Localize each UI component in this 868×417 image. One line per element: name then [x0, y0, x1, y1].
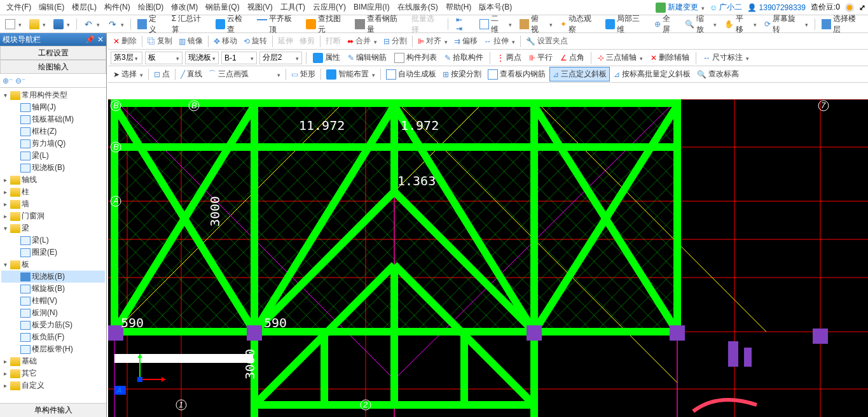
- view-mod-elev-button[interactable]: 🔍查改标高: [694, 67, 741, 81]
- tree-board-neg-rebar[interactable]: 板负筋(F): [1, 331, 105, 343]
- tree-board-folder[interactable]: ▾板: [1, 258, 105, 271]
- open-button[interactable]: [27, 18, 48, 31]
- trim-button[interactable]: 修剪: [297, 34, 317, 48]
- move-button[interactable]: ✥移动: [211, 34, 240, 48]
- tree-spiral-board[interactable]: 螺旋板(B): [1, 283, 105, 295]
- tree-raft[interactable]: 筏板基础(M): [1, 113, 105, 125]
- new-change-button[interactable]: 新建变更: [656, 2, 705, 13]
- pin-icon[interactable]: 📌: [85, 35, 95, 44]
- tree-column-cap[interactable]: 柱帽(V): [1, 295, 105, 307]
- undo-button[interactable]: [81, 18, 102, 31]
- batch-slant-button[interactable]: ⊿按标高批量定义斜板: [611, 67, 693, 81]
- menu-component[interactable]: 构件(N): [100, 1, 134, 14]
- arc-button[interactable]: ⌒三点画弧: [206, 67, 283, 81]
- project-settings-section[interactable]: 工程设置: [0, 46, 106, 60]
- tree-floor-strip[interactable]: 楼层板带(H): [1, 343, 105, 355]
- break-button[interactable]: 打断: [323, 34, 343, 48]
- name-select[interactable]: B-1: [221, 52, 257, 64]
- floor-select[interactable]: 第3层: [111, 52, 142, 64]
- merge-button[interactable]: ⬌合并: [345, 34, 380, 48]
- copy-button[interactable]: ⿻复制: [145, 34, 175, 48]
- tree-axis[interactable]: ▸轴线: [1, 174, 105, 186]
- tree-beam-l[interactable]: 梁(L): [1, 234, 105, 246]
- tree-cast-board-b[interactable]: 现浇板(B): [1, 271, 105, 283]
- tree-custom[interactable]: ▸自定义: [1, 379, 105, 392]
- comp-list-button[interactable]: 构件列表: [392, 51, 439, 64]
- pick-comp-button[interactable]: ✎拾取构件: [442, 51, 486, 64]
- dim-label-button[interactable]: ↔尺寸标注: [700, 51, 752, 64]
- split-button[interactable]: ⊟分割: [381, 34, 410, 48]
- point-angle-button[interactable]: ∠点角: [558, 51, 587, 64]
- category-select[interactable]: 板: [145, 52, 183, 64]
- select-button[interactable]: ➤选择: [111, 67, 146, 81]
- extend-button[interactable]: 延伸: [275, 34, 296, 48]
- split-by-beam-button[interactable]: ⊞按梁分割: [440, 67, 484, 81]
- stretch-button[interactable]: ↔拉伸: [481, 34, 518, 48]
- tree-board-rebar[interactable]: 板受力筋(S): [1, 319, 105, 331]
- set-grip-button[interactable]: 🔧设置夹点: [523, 34, 570, 48]
- save-button[interactable]: [51, 18, 72, 31]
- rect-button[interactable]: ▭矩形: [289, 67, 318, 81]
- tree-axis-net[interactable]: 轴网(J): [1, 101, 105, 113]
- select-floor-button[interactable]: 选择楼层: [819, 12, 865, 36]
- screen-rotate-button[interactable]: ⟳屏幕旋转: [762, 12, 811, 36]
- flat-top-button[interactable]: 平齐板顶: [254, 12, 301, 36]
- two-point-button[interactable]: ⋮两点: [494, 51, 524, 64]
- type-select[interactable]: 现浇板: [185, 52, 219, 64]
- tree-wall[interactable]: ▸墙: [1, 198, 105, 210]
- delete-aux-button[interactable]: ✕删除辅轴: [648, 51, 692, 64]
- tree-cad-recog[interactable]: ▸CAD识别 NEW: [1, 392, 105, 393]
- pan-button[interactable]: ✋平移: [722, 12, 759, 36]
- find-elem-button[interactable]: 查找图元: [303, 12, 350, 36]
- align-button[interactable]: ⊫对齐: [415, 34, 450, 48]
- attribute-button[interactable]: 属性: [310, 51, 343, 64]
- layer-select[interactable]: 分层2: [259, 52, 303, 64]
- tree-common-types[interactable]: ▾常用构件类型: [1, 89, 105, 101]
- sum-calc-button[interactable]: Σ 汇总计算: [169, 12, 210, 36]
- smart-layout-button[interactable]: 智能布置: [324, 67, 378, 81]
- batch-select-button[interactable]: 批量选择: [409, 12, 444, 36]
- define-button[interactable]: 定义: [135, 12, 167, 36]
- tree-beam-folder[interactable]: ▾梁: [1, 222, 105, 234]
- line-button[interactable]: ╱直线: [178, 67, 205, 81]
- local3d-button[interactable]: 局部三维: [603, 12, 649, 36]
- 2d-button[interactable]: 二维: [477, 12, 515, 36]
- view-board-rebar-button[interactable]: 查看板内钢筋: [485, 67, 548, 81]
- menu-edit[interactable]: 编辑(E): [35, 1, 68, 14]
- auto-gen-button[interactable]: 自动生成板: [383, 67, 439, 81]
- draw-input-section[interactable]: 绘图输入: [0, 60, 106, 74]
- rotate-button[interactable]: ⟲旋转: [241, 34, 270, 48]
- helper-button[interactable]: ☺广小二: [710, 2, 742, 13]
- tree-door-window[interactable]: ▸门窗洞: [1, 210, 105, 222]
- view-rebar-button[interactable]: 查看钢筋量: [352, 12, 406, 36]
- zoom-button[interactable]: 🔍缩放: [682, 12, 720, 36]
- notification-icon[interactable]: [845, 3, 854, 12]
- nav-buttons[interactable]: ⇤ ⇥: [456, 15, 471, 33]
- user-phone[interactable]: 👤 13907298339: [747, 3, 806, 12]
- tree-foundation[interactable]: ▸基础: [1, 355, 105, 367]
- menu-file[interactable]: 文件(F): [3, 1, 35, 14]
- three-point-slant-button[interactable]: ⊿三点定义斜板: [549, 67, 610, 81]
- overlook-button[interactable]: 俯视: [517, 12, 555, 36]
- dynamic-button[interactable]: ✦动态观察: [558, 12, 600, 36]
- delete-button[interactable]: ✕删除: [111, 34, 139, 48]
- menu-help[interactable]: 帮助(H): [442, 1, 476, 14]
- tree-column[interactable]: ▸柱: [1, 186, 105, 198]
- edit-rebar-button[interactable]: ✎编辑钢筋: [345, 51, 389, 64]
- menu-floor[interactable]: 楼层(L): [68, 1, 100, 14]
- new-button[interactable]: [3, 18, 24, 31]
- three-point-aux-button[interactable]: ⊹三点辅轴: [595, 51, 645, 64]
- offset-button[interactable]: ⇉偏移: [451, 34, 480, 48]
- expand-icon[interactable]: ⤢: [859, 3, 865, 12]
- expand-all-icon[interactable]: ⊕⁻: [3, 76, 13, 85]
- drawing-canvas[interactable]: 11.972 1.972 1.363 590 590 3000 3000 A B…: [108, 99, 868, 417]
- redo-button[interactable]: [105, 18, 127, 31]
- mirror-button[interactable]: ▥镜像: [176, 34, 205, 48]
- tree-shear-wall[interactable]: 剪力墙(Q): [1, 138, 105, 150]
- point-button[interactable]: ⊡点: [151, 67, 172, 81]
- collapse-all-icon[interactable]: ⊖⁻: [15, 76, 25, 85]
- tree-ring-beam[interactable]: 圈梁(E): [1, 246, 105, 258]
- cloud-check-button[interactable]: 云检查: [213, 12, 252, 36]
- tree-other[interactable]: ▸其它: [1, 367, 105, 379]
- tree-board-hole[interactable]: 板洞(N): [1, 307, 105, 319]
